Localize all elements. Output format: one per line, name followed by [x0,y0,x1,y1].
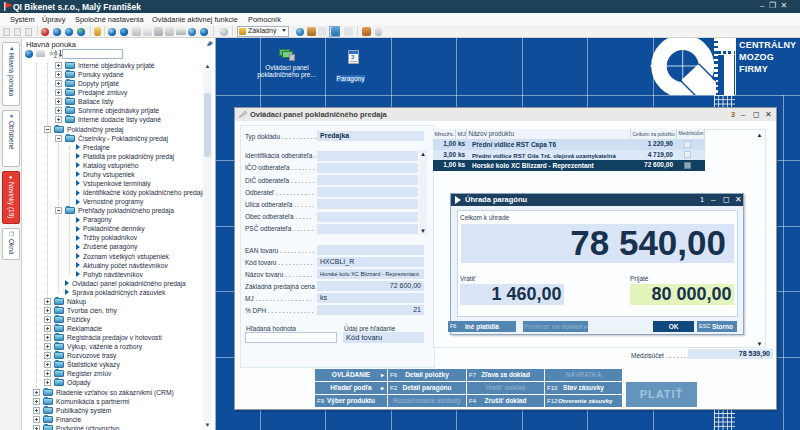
svg-text:Z: Z [54,53,57,58]
